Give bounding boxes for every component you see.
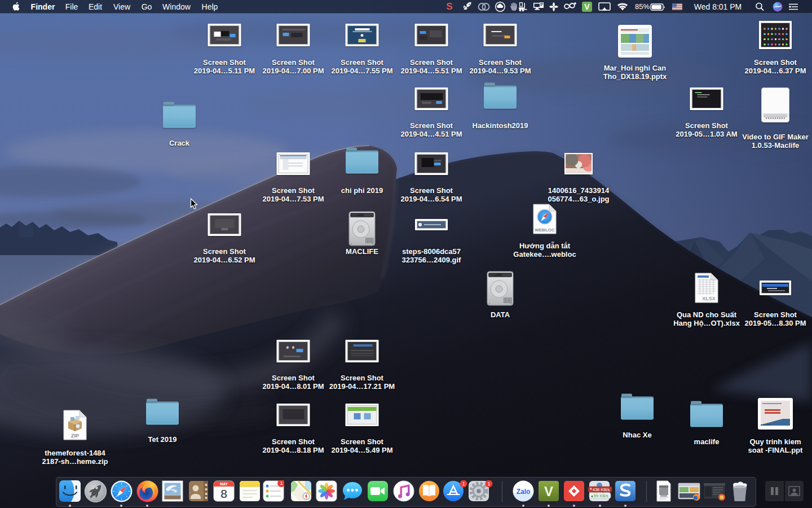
svg-text:ZIP: ZIP bbox=[71, 433, 79, 439]
svg-text:WEBLOC: WEBLOC bbox=[535, 227, 555, 233]
svg-text:59 KB/s: 59 KB/s bbox=[594, 493, 609, 498]
svg-text:MAY: MAY bbox=[220, 482, 228, 486]
svg-text:1: 1 bbox=[280, 480, 283, 486]
svg-text:1: 1 bbox=[462, 481, 465, 487]
svg-text:8: 8 bbox=[220, 487, 227, 500]
svg-text:XLSX: XLSX bbox=[702, 296, 716, 301]
svg-text:1: 1 bbox=[488, 481, 491, 487]
svg-text:436 KB/s: 436 KB/s bbox=[593, 487, 610, 492]
svg-text:Zalo: Zalo bbox=[517, 488, 531, 496]
svg-text:V: V bbox=[544, 484, 553, 499]
